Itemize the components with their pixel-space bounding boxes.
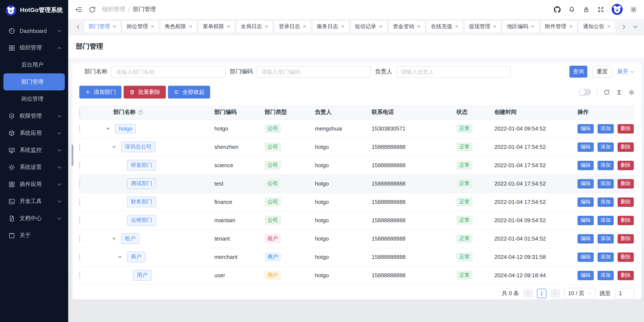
refresh-page-icon[interactable] xyxy=(89,6,96,13)
delete-button[interactable]: 删除 xyxy=(618,161,634,170)
add-button[interactable]: 添加 xyxy=(598,252,614,262)
close-icon[interactable]: ✕ xyxy=(531,24,535,29)
tab-online-recharge[interactable]: 在线充值✕ xyxy=(427,21,462,33)
row-checkbox[interactable] xyxy=(79,125,80,132)
expand-link[interactable]: 展开 xyxy=(617,68,634,76)
tabs-scroll-right-icon[interactable] xyxy=(621,24,627,30)
edit-button[interactable]: 编辑 xyxy=(578,142,594,152)
close-icon[interactable]: ✕ xyxy=(302,24,306,29)
sidebar-item-sys-app[interactable]: 系统应用 xyxy=(0,125,68,142)
tabs-dropdown-icon[interactable] xyxy=(632,24,638,30)
collapse-menu-icon[interactable] xyxy=(75,6,82,13)
help-question-icon[interactable] xyxy=(138,110,143,115)
tab-role-perm[interactable]: 角色权限✕ xyxy=(161,21,196,33)
close-icon[interactable]: ✕ xyxy=(493,24,496,29)
delete-button[interactable]: 删除 xyxy=(618,197,634,207)
add-department-button[interactable]: 添加部门 xyxy=(79,86,122,99)
dept-code-input[interactable] xyxy=(256,66,371,77)
sidebar-item-plugin-app[interactable]: 插件应用 xyxy=(0,176,68,193)
edit-button[interactable]: 编辑 xyxy=(578,216,594,225)
tab-login-log[interactable]: 登录日志✕ xyxy=(275,21,310,33)
settings-gear-icon[interactable] xyxy=(630,6,637,13)
add-button[interactable]: 添加 xyxy=(598,216,614,225)
sidebar-item-sys-settings[interactable]: 系统设置 xyxy=(0,159,68,176)
add-button[interactable]: 添加 xyxy=(598,124,614,133)
dept-name-input[interactable] xyxy=(111,66,226,77)
lock-screen-icon[interactable] xyxy=(583,6,590,13)
tab-service-log[interactable]: 服务日志✕ xyxy=(313,21,348,33)
row-checkbox[interactable] xyxy=(79,180,80,187)
add-button[interactable]: 添加 xyxy=(598,197,614,207)
column-settings-icon[interactable] xyxy=(628,89,634,95)
close-icon[interactable]: ✕ xyxy=(379,24,382,29)
reset-button[interactable]: 重置 xyxy=(592,66,612,78)
sidebar-item-org-manage[interactable]: 组织管理 xyxy=(0,39,68,56)
fullscreen-icon[interactable] xyxy=(597,6,604,13)
close-icon[interactable]: ✕ xyxy=(417,24,421,29)
current-page-button[interactable]: 1 xyxy=(537,288,546,298)
close-icon[interactable]: ✕ xyxy=(569,24,572,29)
tab-dept-manage[interactable]: 部门管理✕ xyxy=(85,21,120,33)
edit-button[interactable]: 编辑 xyxy=(578,271,594,280)
tab-withdraw-manage[interactable]: 提现管理✕ xyxy=(465,21,500,33)
tab-fund-change[interactable]: 资金变动✕ xyxy=(389,21,424,33)
expand-toggle[interactable] xyxy=(118,255,127,259)
sidebar-item-backend-users[interactable]: 后台用户 xyxy=(0,56,68,73)
next-page-button[interactable] xyxy=(550,288,560,298)
select-all-checkbox[interactable] xyxy=(79,109,80,116)
close-icon[interactable]: ✕ xyxy=(150,24,154,29)
edit-button[interactable]: 编辑 xyxy=(578,179,594,188)
tab-attachment-manage[interactable]: 附件管理✕ xyxy=(541,21,576,33)
sidebar-item-about[interactable]: 关于 xyxy=(0,227,68,244)
sidebar-item-dev-tools[interactable]: 开发工具 xyxy=(0,193,68,210)
user-avatar[interactable] xyxy=(612,4,623,15)
row-density-icon[interactable] xyxy=(616,89,622,95)
add-button[interactable]: 添加 xyxy=(598,161,614,170)
edit-button[interactable]: 编辑 xyxy=(578,252,594,262)
row-checkbox[interactable] xyxy=(79,253,80,261)
tab-global-log[interactable]: 全局日志✕ xyxy=(237,21,272,33)
edit-button[interactable]: 编辑 xyxy=(578,161,594,170)
close-icon[interactable]: ✕ xyxy=(607,24,611,29)
row-checkbox[interactable] xyxy=(79,235,80,242)
query-button[interactable]: 查询 xyxy=(570,66,587,78)
page-size-select[interactable]: 10 / 页 xyxy=(564,288,596,299)
delete-button[interactable]: 删除 xyxy=(618,271,634,280)
expand-toggle[interactable] xyxy=(112,145,121,149)
collapse-all-button[interactable]: 全部收起 xyxy=(168,86,210,99)
add-button[interactable]: 添加 xyxy=(598,179,614,188)
sidebar-item-perm-manage[interactable]: 权限管理 xyxy=(0,108,68,125)
prev-page-button[interactable] xyxy=(523,288,532,298)
expand-toggle[interactable] xyxy=(106,126,115,131)
batch-delete-button[interactable]: 批量删除 xyxy=(124,86,166,99)
add-button[interactable]: 添加 xyxy=(598,271,614,280)
add-button[interactable]: 添加 xyxy=(598,234,614,243)
add-button[interactable]: 添加 xyxy=(598,142,614,152)
edit-button[interactable]: 编辑 xyxy=(578,124,594,133)
close-icon[interactable]: ✕ xyxy=(341,24,344,29)
delete-button[interactable]: 删除 xyxy=(618,252,634,262)
delete-button[interactable]: 删除 xyxy=(618,234,634,243)
sidebar-item-doc-center[interactable]: 文档中心 xyxy=(0,210,68,227)
close-icon[interactable]: ✕ xyxy=(112,24,116,29)
close-icon[interactable]: ✕ xyxy=(226,24,230,29)
tab-region-code[interactable]: 地区编码✕ xyxy=(503,21,538,33)
close-icon[interactable]: ✕ xyxy=(188,24,192,29)
row-checkbox[interactable] xyxy=(79,217,80,224)
tab-sms-record[interactable]: 短信记录✕ xyxy=(351,21,386,33)
close-icon[interactable]: ✕ xyxy=(455,24,458,29)
delete-button[interactable]: 删除 xyxy=(618,142,634,152)
striped-toggle[interactable] xyxy=(579,89,591,96)
tab-menu-perm[interactable]: 菜单权限✕ xyxy=(199,21,234,33)
sidebar-item-post-manage[interactable]: 岗位管理 xyxy=(0,90,68,108)
row-checkbox[interactable] xyxy=(79,143,80,151)
edit-button[interactable]: 编辑 xyxy=(578,197,594,207)
delete-button[interactable]: 删除 xyxy=(618,179,634,188)
jump-page-input[interactable] xyxy=(615,288,634,299)
notification-bell-icon[interactable] xyxy=(568,6,576,13)
close-icon[interactable]: ✕ xyxy=(265,24,268,29)
row-checkbox[interactable] xyxy=(79,272,80,279)
sidebar-scrollbar-thumb[interactable] xyxy=(72,145,73,166)
delete-button[interactable]: 删除 xyxy=(618,124,634,133)
edit-button[interactable]: 编辑 xyxy=(578,234,594,243)
